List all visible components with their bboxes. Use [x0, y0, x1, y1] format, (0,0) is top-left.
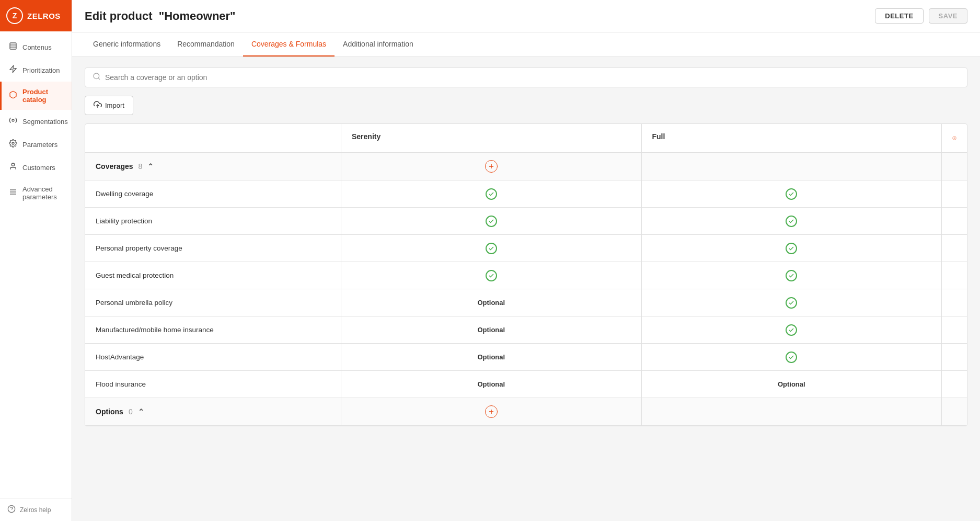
full-cell — [642, 208, 942, 234]
svg-point-6 — [11, 163, 14, 166]
import-button[interactable]: Import — [85, 96, 133, 115]
table-row: Liability protection — [85, 208, 967, 235]
sidebar-item-parameters[interactable]: Parameters — [0, 133, 72, 156]
full-cell: Optional — [642, 371, 942, 398]
check-icon — [786, 270, 797, 281]
full-cell — [642, 262, 942, 289]
section-count: 8 — [139, 162, 143, 171]
section-coverages-label: Coverages 8 ⌃ — [85, 153, 341, 180]
row-add — [942, 289, 967, 316]
col-serenity: Serenity — [341, 124, 642, 152]
header-actions: DELETE SAVE — [875, 8, 967, 24]
coverages-empty-full — [642, 153, 942, 180]
user-icon — [9, 162, 17, 173]
svg-line-13 — [98, 78, 100, 80]
delete-button[interactable]: DELETE — [875, 8, 923, 24]
search-input[interactable] — [105, 73, 960, 82]
add-serenity-icon[interactable] — [485, 160, 498, 173]
coverage-table: Serenity Full Coverages 8 ⌃ — [85, 123, 967, 426]
serenity-cell: Optional — [341, 344, 642, 370]
row-add — [942, 316, 967, 343]
options-empty-full — [642, 398, 942, 425]
tab-additional[interactable]: Additional information — [335, 32, 422, 56]
col-name — [85, 124, 341, 152]
lightning-icon — [9, 65, 17, 75]
serenity-cell — [341, 262, 642, 289]
table-row: Personal property coverage — [85, 235, 967, 262]
row-add — [942, 180, 967, 207]
check-icon — [486, 270, 497, 281]
table-row: Manufactured/mobile home insurance Optio… — [85, 316, 967, 344]
title-name: "Homeowner" — [159, 9, 236, 22]
tab-bar: Generic informations Recommandation Cove… — [72, 32, 980, 57]
row-add — [942, 208, 967, 234]
svg-marker-3 — [10, 65, 16, 72]
tab-generic[interactable]: Generic informations — [85, 32, 169, 56]
tab-recommandation[interactable]: Recommandation — [169, 32, 243, 56]
section-title: Coverages — [96, 162, 133, 171]
coverage-name: Dwelling coverage — [85, 180, 341, 207]
options-section-header: Options 0 ⌃ — [85, 398, 967, 426]
coverage-table-wrapper: Serenity Full Coverages 8 ⌃ — [85, 123, 967, 426]
check-icon — [486, 188, 497, 200]
full-cell — [642, 180, 942, 207]
check-icon — [786, 352, 797, 363]
chevron-up-icon[interactable]: ⌃ — [147, 162, 154, 171]
sidebar-item-contenus[interactable]: Contenus — [0, 36, 72, 59]
optional-label: Optional — [477, 299, 505, 307]
page-header: Edit product "Homeowner" DELETE SAVE — [72, 0, 980, 32]
logo-text: ZELROS — [27, 12, 61, 20]
check-icon — [786, 216, 797, 227]
gear-icon — [9, 139, 17, 150]
import-label: Import — [105, 101, 124, 109]
coverage-name: Liability protection — [85, 208, 341, 234]
coverages-section-header: Coverages 8 ⌃ — [85, 153, 967, 180]
svg-rect-0 — [10, 43, 16, 49]
segmentations-icon — [9, 116, 17, 127]
options-add — [341, 398, 642, 425]
svg-point-5 — [12, 142, 14, 144]
coverage-name: Personal property coverage — [85, 235, 341, 262]
col-full: Full — [642, 124, 942, 152]
check-icon — [786, 188, 797, 200]
advanced-icon — [9, 188, 17, 198]
col-add — [942, 124, 967, 152]
add-option-icon[interactable] — [485, 405, 498, 418]
sidebar-item-prioritization[interactable]: Prioritization — [0, 59, 72, 82]
save-button[interactable]: SAVE — [929, 8, 967, 24]
row-add — [942, 344, 967, 370]
sidebar-item-label: Prioritization — [22, 66, 60, 74]
serenity-cell — [341, 180, 642, 207]
serenity-cell — [341, 235, 642, 262]
sidebar-item-label: Segmentations — [22, 118, 68, 126]
sidebar-item-label: Advanced parameters — [22, 185, 64, 201]
help-link[interactable]: Zelros help — [0, 498, 72, 521]
import-icon — [94, 100, 102, 110]
sidebar-item-product-catalog[interactable]: Product catalog — [0, 82, 72, 110]
sidebar-item-advanced-parameters[interactable]: Advanced parameters — [0, 179, 72, 207]
table-row: Dwelling coverage — [85, 180, 967, 208]
search-bar[interactable] — [85, 67, 967, 87]
serenity-cell: Optional — [341, 371, 642, 398]
add-column-icon[interactable] — [952, 132, 956, 144]
check-icon — [786, 243, 797, 254]
sidebar-item-customers[interactable]: Customers — [0, 156, 72, 179]
coverages-add-serenity — [341, 153, 642, 180]
table-row: Guest medical protection — [85, 262, 967, 289]
sidebar-nav: Contenus Prioritization Product catalog … — [0, 31, 72, 498]
logo[interactable]: Z ZELROS — [0, 0, 72, 31]
check-icon — [786, 297, 797, 309]
table-row: HostAdvantage Optional — [85, 344, 967, 371]
tab-coverages[interactable]: Coverages & Formulas — [243, 32, 335, 56]
optional-label: Optional — [477, 380, 505, 388]
table-row: Flood insurance Optional Optional — [85, 371, 967, 398]
sidebar-item-segmentations[interactable]: Segmentations — [0, 110, 72, 133]
serenity-cell: Optional — [341, 316, 642, 343]
check-icon — [786, 324, 797, 336]
full-cell — [642, 316, 942, 343]
chevron-up-icon[interactable]: ⌃ — [138, 407, 144, 416]
title-prefix: Edit product — [85, 9, 153, 22]
sidebar-item-label: Product catalog — [22, 88, 64, 104]
coverage-name: Manufactured/mobile home insurance — [85, 316, 341, 343]
coverage-name: Guest medical protection — [85, 262, 341, 289]
